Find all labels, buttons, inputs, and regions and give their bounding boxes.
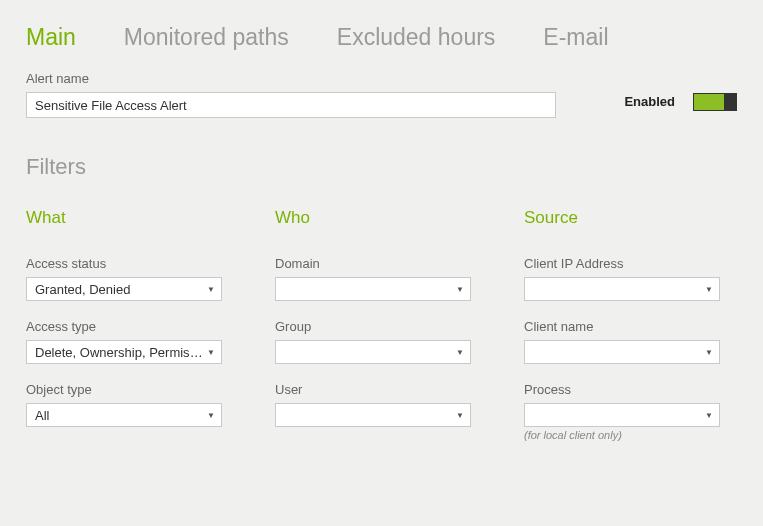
source-heading: Source (524, 208, 737, 228)
access-type-dropdown[interactable]: Delete, Ownership, Permissi… ▼ (26, 340, 222, 364)
group-dropdown[interactable]: ▼ (275, 340, 471, 364)
client-ip-dropdown[interactable]: ▼ (524, 277, 720, 301)
who-column: Who Domain ▼ Group ▼ User ▼ (275, 208, 488, 459)
chevron-down-icon: ▼ (207, 285, 215, 294)
chevron-down-icon: ▼ (456, 411, 464, 420)
what-column: What Access status Granted, Denied ▼ Acc… (26, 208, 239, 459)
user-label: User (275, 382, 488, 397)
alert-name-input[interactable] (26, 92, 556, 118)
client-name-label: Client name (524, 319, 737, 334)
object-type-dropdown[interactable]: All ▼ (26, 403, 222, 427)
enabled-label: Enabled (624, 94, 675, 109)
user-dropdown[interactable]: ▼ (275, 403, 471, 427)
chevron-down-icon: ▼ (207, 348, 215, 357)
tab-excluded-hours[interactable]: Excluded hours (337, 24, 496, 51)
chevron-down-icon: ▼ (207, 411, 215, 420)
client-ip-label: Client IP Address (524, 256, 737, 271)
chevron-down-icon: ▼ (705, 285, 713, 294)
who-heading: Who (275, 208, 488, 228)
what-heading: What (26, 208, 239, 228)
chevron-down-icon: ▼ (705, 348, 713, 357)
domain-label: Domain (275, 256, 488, 271)
alert-name-label: Alert name (26, 71, 624, 86)
process-hint: (for local client only) (524, 429, 737, 441)
chevron-down-icon: ▼ (705, 411, 713, 420)
source-column: Source Client IP Address ▼ Client name ▼… (524, 208, 737, 459)
group-label: Group (275, 319, 488, 334)
object-type-label: Object type (26, 382, 239, 397)
domain-dropdown[interactable]: ▼ (275, 277, 471, 301)
process-dropdown[interactable]: ▼ (524, 403, 720, 427)
tab-bar: Main Monitored paths Excluded hours E-ma… (0, 0, 763, 71)
chevron-down-icon: ▼ (456, 348, 464, 357)
filters-heading: Filters (26, 154, 737, 180)
client-name-dropdown[interactable]: ▼ (524, 340, 720, 364)
tab-monitored-paths[interactable]: Monitored paths (124, 24, 289, 51)
enabled-toggle[interactable] (693, 93, 737, 111)
access-status-dropdown[interactable]: Granted, Denied ▼ (26, 277, 222, 301)
access-type-label: Access type (26, 319, 239, 334)
tab-email[interactable]: E-mail (543, 24, 608, 51)
process-label: Process (524, 382, 737, 397)
access-status-label: Access status (26, 256, 239, 271)
chevron-down-icon: ▼ (456, 285, 464, 294)
tab-main[interactable]: Main (26, 24, 76, 51)
